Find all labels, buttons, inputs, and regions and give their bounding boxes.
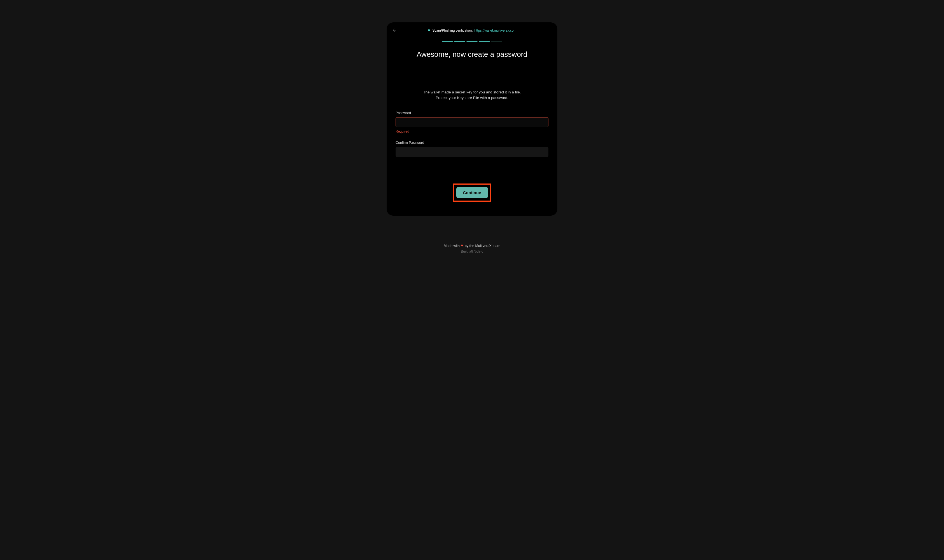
confirm-password-group: Confirm Password bbox=[396, 141, 548, 157]
password-card: Scam/Phishing verification: https://wall… bbox=[387, 22, 557, 216]
page-title: Awesome, now create a password bbox=[396, 50, 548, 59]
progress-segment-4 bbox=[479, 42, 490, 42]
description-line-1: The wallet made a secret key for you and… bbox=[423, 90, 521, 94]
highlight-box: Continue bbox=[453, 183, 491, 202]
password-group: Password Required bbox=[396, 111, 548, 134]
verification-url: https://wallet.multiversx.com bbox=[475, 29, 517, 32]
continue-button[interactable]: Continue bbox=[456, 187, 488, 198]
confirm-password-label: Confirm Password bbox=[396, 141, 548, 145]
password-label: Password bbox=[396, 111, 548, 115]
footer-credits: Made with ❤ by the MultiversX team bbox=[444, 244, 500, 248]
progress-segment-5 bbox=[491, 42, 502, 42]
progress-segment-1 bbox=[442, 42, 453, 42]
footer: Made with ❤ by the MultiversX team Build… bbox=[444, 244, 500, 254]
phishing-verification: Scam/Phishing verification: https://wall… bbox=[396, 29, 548, 32]
progress-bar bbox=[396, 42, 548, 42]
arrow-left-icon bbox=[392, 28, 397, 32]
footer-build: Build a875defc bbox=[444, 249, 500, 254]
description: The wallet made a secret key for you and… bbox=[396, 89, 548, 101]
lock-icon bbox=[427, 29, 430, 32]
confirm-password-input[interactable] bbox=[396, 147, 548, 157]
password-error: Required bbox=[396, 129, 548, 134]
footer-prefix: Made with bbox=[444, 244, 461, 248]
progress-segment-3 bbox=[466, 42, 478, 42]
description-line-2: Protect your Keystore File with a passwo… bbox=[436, 96, 508, 100]
footer-suffix: by the MultiversX team bbox=[464, 244, 500, 248]
back-button[interactable] bbox=[391, 27, 398, 34]
continue-wrapper: Continue bbox=[396, 183, 548, 202]
password-input[interactable] bbox=[396, 117, 548, 127]
verification-label: Scam/Phishing verification: bbox=[432, 29, 472, 32]
heart-icon: ❤ bbox=[461, 244, 464, 248]
progress-segment-2 bbox=[454, 42, 465, 42]
